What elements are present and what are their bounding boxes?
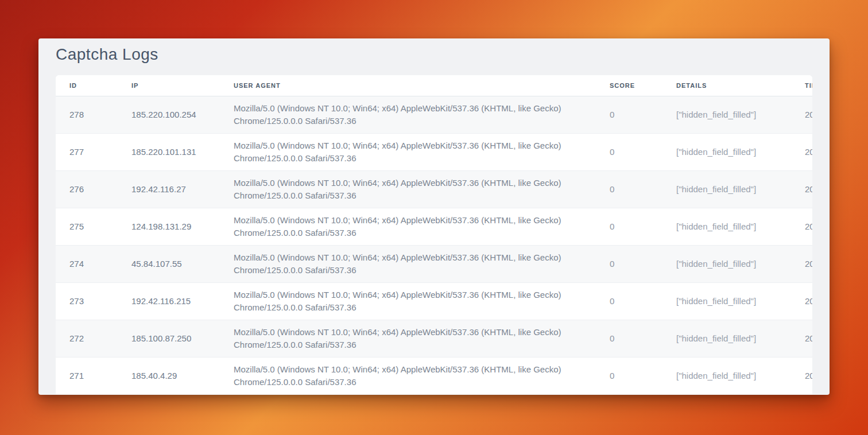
cell-timestamp: 2025-09-20 02:30:40	[798, 283, 812, 320]
captcha-logs-card: Captcha Logs IDIPUSER AGENTSCOREDETAILST…	[38, 38, 830, 395]
cell-user_agent: Mozilla/5.0 (Windows NT 10.0; Win64; x64…	[227, 134, 603, 171]
table-row: 272185.100.87.250Mozilla/5.0 (Windows NT…	[56, 320, 812, 358]
table-row: 275124.198.131.29Mozilla/5.0 (Windows NT…	[56, 208, 812, 246]
cell-timestamp: 2025-09-20 02:33:41	[798, 246, 812, 283]
page-title: Captcha Logs	[56, 45, 812, 64]
cell-timestamp: 2025-09-20 03:00:19	[798, 134, 812, 171]
cell-id: 272	[56, 320, 125, 358]
cell-user_agent: Mozilla/5.0 (Windows NT 10.0; Win64; x64…	[227, 246, 603, 283]
column-header-ip: IP	[125, 75, 227, 96]
column-header-id: ID	[56, 75, 125, 96]
cell-user_agent: Mozilla/5.0 (Windows NT 10.0; Win64; x64…	[227, 358, 603, 395]
column-header-user_agent: USER AGENT	[227, 75, 603, 96]
cell-details: ["hidden_field_filled"]	[669, 171, 798, 208]
cell-id: 273	[56, 283, 125, 320]
cell-score: 0	[603, 171, 669, 208]
table-row: 276192.42.116.27Mozilla/5.0 (Windows NT …	[56, 171, 812, 208]
cell-timestamp: 2025-09-20 02:57:53	[798, 171, 812, 208]
cell-ip: 192.42.116.215	[125, 283, 227, 320]
cell-score: 0	[603, 134, 669, 171]
cell-ip: 185.40.4.29	[125, 358, 227, 395]
table-row: 27445.84.107.55Mozilla/5.0 (Windows NT 1…	[56, 246, 812, 283]
cell-id: 274	[56, 246, 125, 283]
cell-id: 271	[56, 358, 125, 395]
cell-timestamp: 2025-09-20 02:37:41	[798, 208, 812, 246]
cell-timestamp: 2025-09-20 02:29:40	[798, 320, 812, 358]
cell-ip: 185.220.100.254	[125, 96, 227, 134]
cell-id: 278	[56, 96, 125, 134]
logs-table-container: IDIPUSER AGENTSCOREDETAILSTIMESTAMP 2781…	[56, 75, 812, 394]
cell-ip: 45.84.107.55	[125, 246, 227, 283]
cell-details: ["hidden_field_filled"]	[669, 96, 798, 134]
cell-details: ["hidden_field_filled"]	[669, 358, 798, 395]
cell-id: 275	[56, 208, 125, 246]
cell-user_agent: Mozilla/5.0 (Windows NT 10.0; Win64; x64…	[227, 283, 603, 320]
table-row: 271185.40.4.29Mozilla/5.0 (Windows NT 10…	[56, 358, 812, 395]
cell-id: 276	[56, 171, 125, 208]
cell-details: ["hidden_field_filled"]	[669, 134, 798, 171]
table-header-row: IDIPUSER AGENTSCOREDETAILSTIMESTAMP	[56, 75, 812, 96]
cell-timestamp: 2025-09-20 03:03:06	[798, 96, 812, 134]
cell-id: 277	[56, 134, 125, 171]
cell-score: 0	[603, 246, 669, 283]
table-row: 273192.42.116.215Mozilla/5.0 (Windows NT…	[56, 283, 812, 320]
logs-table-head: IDIPUSER AGENTSCOREDETAILSTIMESTAMP	[56, 75, 812, 96]
page-background: Captcha Logs IDIPUSER AGENTSCOREDETAILST…	[0, 0, 868, 435]
cell-details: ["hidden_field_filled"]	[669, 320, 798, 358]
table-row: 277185.220.101.131Mozilla/5.0 (Windows N…	[56, 134, 812, 171]
cell-details: ["hidden_field_filled"]	[669, 208, 798, 246]
cell-ip: 124.198.131.29	[125, 208, 227, 246]
cell-details: ["hidden_field_filled"]	[669, 246, 798, 283]
table-row: 278185.220.100.254Mozilla/5.0 (Windows N…	[56, 96, 812, 134]
cell-score: 0	[603, 208, 669, 246]
cell-score: 0	[603, 96, 669, 134]
cell-user_agent: Mozilla/5.0 (Windows NT 10.0; Win64; x64…	[227, 208, 603, 246]
cell-user_agent: Mozilla/5.0 (Windows NT 10.0; Win64; x64…	[227, 320, 603, 358]
logs-table-body: 278185.220.100.254Mozilla/5.0 (Windows N…	[56, 96, 812, 395]
logs-table: IDIPUSER AGENTSCOREDETAILSTIMESTAMP 2781…	[56, 75, 812, 394]
cell-score: 0	[603, 320, 669, 358]
cell-ip: 192.42.116.27	[125, 171, 227, 208]
cell-ip: 185.100.87.250	[125, 320, 227, 358]
column-header-score: SCORE	[603, 75, 669, 96]
column-header-details: DETAILS	[669, 75, 798, 96]
cell-details: ["hidden_field_filled"]	[669, 283, 798, 320]
cell-score: 0	[603, 283, 669, 320]
cell-score: 0	[603, 358, 669, 395]
cell-user_agent: Mozilla/5.0 (Windows NT 10.0; Win64; x64…	[227, 96, 603, 134]
column-header-timestamp: TIMESTAMP	[798, 75, 812, 96]
cell-user_agent: Mozilla/5.0 (Windows NT 10.0; Win64; x64…	[227, 171, 603, 208]
cell-timestamp: 2025-09-20 02:27:45	[798, 358, 812, 395]
cell-ip: 185.220.101.131	[125, 134, 227, 171]
